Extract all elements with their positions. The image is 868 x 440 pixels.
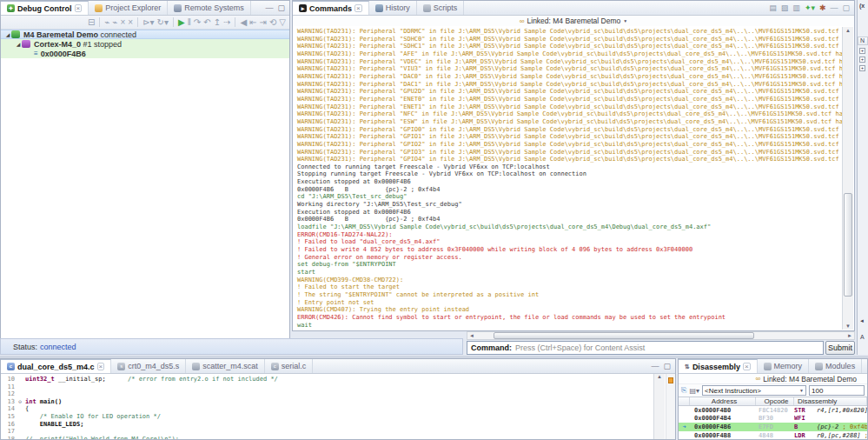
tab-scatter[interactable]: scatter_m4.scat xyxy=(186,359,265,373)
disasm-row[interactable]: 0x0000F4B4BF30WFI xyxy=(679,415,867,423)
history-icon[interactable]: ⟲ xyxy=(269,17,276,27)
maximize-icon[interactable]: ▢ xyxy=(663,362,671,370)
folder-icon xyxy=(95,4,103,12)
linked-target-row[interactable]: ∞ Linked: M4 Baremetal Demo ▼ xyxy=(293,16,854,26)
step-return-icon[interactable]: ↥ xyxy=(214,17,221,27)
save-console-icon[interactable]: ▤ xyxy=(769,3,777,12)
tree-row-frame[interactable]: ≡ 0x0000F4B6 xyxy=(1,49,289,58)
scroll-right-icon[interactable]: ► xyxy=(845,333,854,338)
continue-button[interactable]: ▶ xyxy=(178,17,185,27)
step-over-icon[interactable]: ↷ xyxy=(194,17,201,27)
tab-commands[interactable]: ▸ Commands × xyxy=(293,1,369,15)
console-horizontal-scrollbar[interactable]: ◄ ► xyxy=(467,331,855,340)
collapse-all-icon[interactable]: ⊟ xyxy=(88,17,95,27)
scroll-left-icon[interactable]: ◄ xyxy=(467,333,476,338)
disasm-row[interactable]: ➔0x0000F4B6E7FDB{pc}-2 ; 0xf4b4 xyxy=(679,423,867,431)
reverse-run-icon[interactable]: ◀ xyxy=(240,17,247,27)
close-icon[interactable]: × xyxy=(743,363,751,370)
pause-button[interactable]: ‖ xyxy=(188,17,191,27)
code-editor[interactable]: 10uint32_t __initial_sp; /* error from e… xyxy=(1,374,653,439)
editor-vertical-scrollbar[interactable]: ▲ xyxy=(653,374,665,439)
console-line: WARNING(TAD231): Peripheral "GPIO4" in f… xyxy=(297,156,842,163)
expander-icon[interactable]: ◢ xyxy=(4,31,11,37)
console-line: WARNING(TAD231): Peripheral "GPIO2" in f… xyxy=(297,141,842,149)
column-opcode[interactable]: Opcode xyxy=(756,397,794,405)
disassembly-tabbar: ⇅ Disassembly × Memory Modules Events Ou… xyxy=(679,359,867,374)
tab-events[interactable]: Events xyxy=(862,359,867,373)
tab-disassembly[interactable]: ⇅ Disassembly × xyxy=(679,359,758,373)
button-fragment[interactable]: A xyxy=(860,334,865,340)
tab-label: dual_core_ds5_m4.c xyxy=(17,363,95,371)
expander-icon[interactable]: + xyxy=(859,48,865,54)
console-output[interactable]: WARNING(TAD231): Peripheral "DDRMC" in f… xyxy=(294,27,842,330)
tab-memory[interactable]: Memory xyxy=(758,359,810,373)
command-label: Command: xyxy=(471,343,512,352)
close-icon[interactable]: × xyxy=(75,4,83,12)
connect-icon[interactable]: ⌁ xyxy=(104,17,109,27)
expander-icon[interactable]: + xyxy=(859,57,865,63)
settings-icon[interactable]: ✱ xyxy=(819,3,826,12)
minimize-icon[interactable]: — xyxy=(651,362,659,370)
scroll-up-icon[interactable]: ▲ xyxy=(657,374,662,379)
minimize-icon[interactable]: — xyxy=(265,3,273,12)
close-icon[interactable]: × xyxy=(354,4,362,12)
scroll-up-icon[interactable]: ▲ xyxy=(843,28,853,33)
column-address[interactable]: Address xyxy=(690,397,756,405)
step-into-icon[interactable]: ↶ xyxy=(203,17,210,27)
minimize-icon[interactable]: — xyxy=(830,3,838,12)
disasm-row[interactable]: 0x0000F4B84848LDRr0,[pc,#288] ; [0xF xyxy=(679,431,867,440)
column-disassembly[interactable]: Disassembly xyxy=(794,397,867,405)
instruction-step-icon[interactable]: ⇢ xyxy=(223,17,230,27)
tree-row-target[interactable]: ◢ M4 Baremetal Demo connected xyxy=(1,30,289,39)
console-vertical-scrollbar[interactable]: ▲ ▼ xyxy=(842,27,853,330)
console-line: WARNING(TAD231): Peripheral "GPU2D" in f… xyxy=(297,88,842,96)
maximize-icon[interactable]: ▢ xyxy=(277,3,285,12)
disasm-row[interactable]: 0x0000F4B0F8C14820STRr4,[r1,#0x820] xyxy=(679,406,867,415)
tab-modules[interactable]: Modules xyxy=(809,359,862,373)
clear-console-icon[interactable]: ▨ xyxy=(781,3,789,12)
console-line: Stopping running target Freescale - Vybr… xyxy=(297,170,842,178)
tab-project-explorer[interactable]: Project Explorer xyxy=(89,1,168,15)
tab-history[interactable]: History xyxy=(369,1,417,15)
console-line: ! Failed to start the target xyxy=(297,283,842,291)
reverse-step-icon[interactable]: ⇤ xyxy=(249,17,256,27)
annotation-marker[interactable] xyxy=(668,377,673,383)
expander-icon[interactable]: + xyxy=(859,65,865,71)
tab-remote-systems[interactable]: Remote Systems xyxy=(168,1,251,15)
code-line: 11 xyxy=(1,383,653,391)
tab-debug-control[interactable]: ✦ Debug Control × xyxy=(1,1,89,15)
linked-target-row[interactable]: ∞ Linked: M4 Baremetal Demo xyxy=(679,374,867,384)
scroll-left-icon[interactable]: ◄ xyxy=(859,318,865,323)
tree-row-core[interactable]: ◢ Cortex-M4_0 #1 stopped xyxy=(1,39,289,49)
remove-connection-icon[interactable]: × xyxy=(121,17,126,27)
expander-icon[interactable]: ◢ xyxy=(15,41,22,47)
console-line: ! Failed to write 4 852 bytes to address… xyxy=(297,246,842,254)
forward-step-icon[interactable]: ⇥ xyxy=(260,17,267,27)
tab-serial-c[interactable]: c serial.c xyxy=(265,359,314,373)
scrollbar-thumb[interactable] xyxy=(494,332,754,339)
filter-dropdown-icon[interactable]: ✦▾ xyxy=(805,3,815,12)
scrollbar-thumb[interactable] xyxy=(844,193,852,296)
export-console-icon[interactable]: ▥ xyxy=(792,3,800,12)
tab-crt0-s[interactable]: s crt0_m4_ds5.s xyxy=(111,359,186,373)
submit-button[interactable]: Submit xyxy=(825,341,855,355)
tab-label: History xyxy=(386,3,410,12)
scroll-down-icon[interactable]: ▼ xyxy=(843,323,853,329)
tab-scripts[interactable]: Scripts xyxy=(417,1,465,15)
command-input[interactable] xyxy=(515,343,819,352)
variables-tab-fragment[interactable]: (x xyxy=(859,3,865,9)
remove-all-connections-icon[interactable]: × xyxy=(128,17,133,27)
tab-dual-core-c[interactable]: c dual_core_ds5_m4.c × xyxy=(1,359,111,373)
code-line: 18// printf("Hello World from M4 Core!\n… xyxy=(1,436,653,439)
console-line: set debug-from "$ENTRYPOINT xyxy=(297,261,842,269)
debug-from-dropdown-icon[interactable]: ⊳▾ xyxy=(142,17,154,27)
disconnect-icon[interactable]: ⌁ xyxy=(112,17,117,27)
refresh-icon[interactable]: ⎘ xyxy=(681,386,686,395)
instruction-count-field[interactable]: 100 xyxy=(809,385,865,396)
navigation-combo[interactable]: <Next Instruction> ▼ xyxy=(702,385,806,396)
reset-dropdown-icon[interactable]: ↻▾ xyxy=(157,17,169,27)
maximize-icon[interactable]: ▢ xyxy=(842,3,850,12)
view-menu-icon[interactable]: ▽ xyxy=(279,17,286,27)
history-dropdown-icon[interactable]: ▤▾ xyxy=(689,387,699,395)
close-icon[interactable]: × xyxy=(97,363,105,370)
